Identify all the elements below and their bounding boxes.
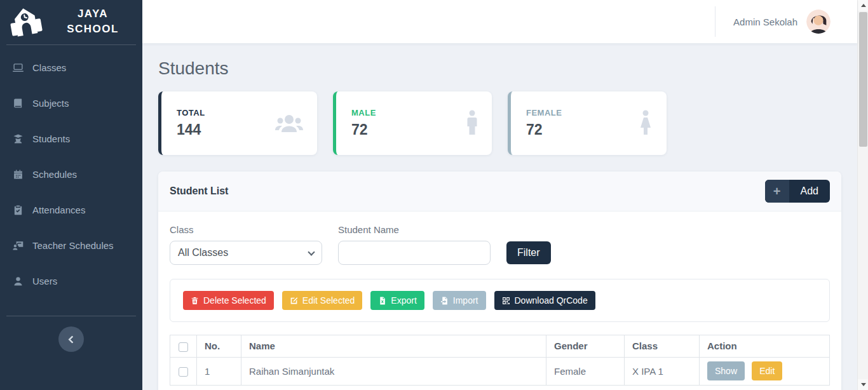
row-checkbox[interactable]: [179, 367, 188, 377]
main-area: Admin Sekolah Students TOTAL 144: [142, 0, 857, 390]
plus-icon: +: [765, 180, 789, 203]
stat-value: 72: [526, 121, 562, 138]
student-name-label: Student Name: [338, 224, 491, 235]
table-row: 1 Raihan Simanjuntak Female X IPA 1 Show…: [170, 357, 830, 385]
user-avatar: [806, 10, 831, 34]
students-table: No. Name Gender Class Action 1 Raihan Si…: [170, 335, 830, 386]
cell-action: Show Edit: [700, 357, 830, 385]
sidebar-item-classes[interactable]: Classes: [0, 50, 142, 86]
stat-cards: TOTAL 144 MALE 72: [158, 91, 841, 155]
calendar-icon: [13, 169, 24, 180]
stat-label: FEMALE: [526, 108, 562, 118]
edit-button[interactable]: Edit: [752, 361, 782, 380]
sidebar-item-users[interactable]: Users: [0, 264, 142, 299]
table-header-row: No. Name Gender Class Action: [170, 335, 830, 358]
download-qrcode-label: Download QrCode: [515, 295, 588, 306]
edit-selected-label: Edit Selected: [302, 295, 355, 306]
sidebar-collapse-button[interactable]: [58, 326, 84, 352]
trash-icon: [191, 297, 199, 305]
sidebar-item-teacher-schedules[interactable]: Teacher Schedules: [0, 228, 142, 264]
col-header-no: No.: [197, 335, 241, 358]
user-icon: [13, 276, 24, 286]
stat-label: MALE: [351, 108, 376, 118]
edit-selected-button[interactable]: Edit Selected: [282, 291, 363, 310]
file-excel-icon: [378, 297, 386, 305]
cell-gender: Female: [546, 357, 625, 385]
student-list-panel: Student List + Add Class All Classes: [158, 171, 841, 390]
col-header-action: Action: [700, 335, 830, 358]
cell-class: X IPA 1: [625, 357, 700, 385]
sidebar: JAYA SCHOOL Classes Subjects Students Sc…: [0, 0, 142, 390]
sidebar-item-schedules[interactable]: Schedules: [0, 157, 142, 192]
panel-header: Student List + Add: [158, 171, 841, 212]
chevron-down-icon: [308, 248, 315, 255]
sidebar-item-label: Teacher Schedules: [32, 240, 114, 251]
student-graduate-icon: [13, 133, 24, 144]
topbar: Admin Sekolah: [142, 0, 857, 43]
page-title: Students: [158, 58, 841, 79]
import-label: Import: [453, 295, 478, 306]
brand: JAYA SCHOOL: [0, 0, 142, 44]
export-button[interactable]: Export: [370, 291, 424, 310]
scroll-down-arrow-icon[interactable]: [858, 379, 868, 390]
clipboard-check-icon: [13, 205, 24, 215]
stat-card-total: TOTAL 144: [158, 91, 317, 155]
student-name-input[interactable]: [338, 241, 491, 265]
sidebar-item-label: Schedules: [32, 169, 77, 180]
stat-label: TOTAL: [177, 108, 205, 118]
stat-value: 144: [177, 121, 205, 138]
stat-card-female: FEMALE 72: [508, 91, 667, 155]
select-all-checkbox[interactable]: [179, 342, 188, 352]
cell-no: 1: [197, 357, 241, 385]
qrcode-icon: [502, 297, 510, 305]
sidebar-item-attendances[interactable]: Attendances: [0, 192, 142, 228]
panel-title: Student List: [170, 185, 228, 197]
sidebar-item-students[interactable]: Students: [0, 121, 142, 157]
topbar-divider: [715, 6, 715, 37]
pen-square-icon: [290, 297, 298, 305]
brand-line1: JAYA: [52, 6, 133, 22]
show-button[interactable]: Show: [707, 361, 745, 380]
scrollbar-thumb[interactable]: [859, 12, 867, 147]
laptop-icon: [13, 62, 24, 73]
panel-body: Class All Classes Student Name Filter: [158, 212, 841, 390]
sidebar-item-label: Classes: [32, 62, 66, 73]
brand-line2: SCHOOL: [52, 22, 133, 37]
sidebar-nav: Classes Subjects Students Schedules Atte…: [0, 45, 142, 316]
filter-row: Class All Classes Student Name Filter: [170, 224, 830, 265]
stat-value: 72: [351, 121, 376, 138]
col-header-class: Class: [625, 335, 700, 358]
scroll-up-arrow-icon[interactable]: [858, 0, 868, 11]
male-icon: [466, 110, 478, 137]
users-group-icon: [275, 112, 303, 134]
stat-card-male: MALE 72: [333, 91, 492, 155]
delete-selected-button[interactable]: Delete Selected: [183, 291, 274, 310]
class-select-value: All Classes: [178, 247, 228, 259]
user-name: Admin Sekolah: [733, 17, 797, 27]
file-import-icon: [440, 297, 449, 305]
teacher-board-icon: [13, 240, 24, 251]
content: Students TOTAL 144 MALE 72: [142, 43, 857, 390]
scrollbar[interactable]: [857, 0, 868, 390]
school-building-icon: [6, 4, 44, 39]
export-label: Export: [391, 295, 416, 306]
class-filter-label: Class: [170, 224, 322, 235]
download-qrcode-button[interactable]: Download QrCode: [494, 291, 595, 310]
cell-name: Raihan Simanjuntak: [241, 357, 546, 385]
bulk-actions-box: Delete Selected Edit Selected Export Imp…: [170, 279, 830, 322]
chevron-left-icon: [68, 335, 76, 344]
class-select[interactable]: All Classes: [170, 241, 322, 265]
book-icon: [13, 98, 24, 109]
delete-selected-label: Delete Selected: [203, 295, 266, 306]
col-header-name: Name: [241, 335, 546, 358]
female-icon: [639, 110, 653, 137]
import-button[interactable]: Import: [433, 291, 486, 310]
sidebar-item-label: Attendances: [32, 205, 85, 215]
filter-button[interactable]: Filter: [506, 241, 551, 264]
sidebar-item-label: Subjects: [32, 98, 69, 109]
add-button-label: Add: [789, 180, 830, 203]
add-button[interactable]: + Add: [765, 180, 830, 203]
sidebar-item-subjects[interactable]: Subjects: [0, 86, 142, 121]
sidebar-item-label: Users: [32, 276, 57, 286]
user-menu[interactable]: Admin Sekolah: [733, 10, 831, 34]
